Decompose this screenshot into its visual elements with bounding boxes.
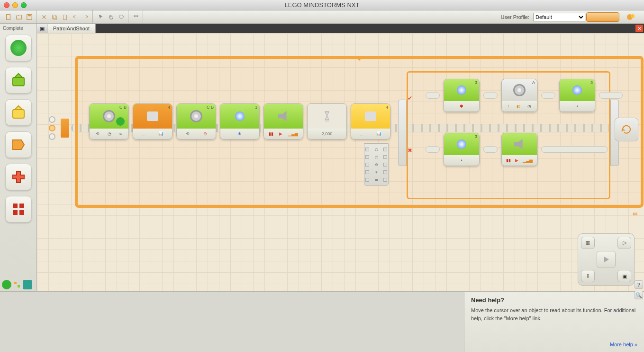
paste-button[interactable] xyxy=(60,12,70,22)
move-block-2[interactable]: C B ⟲⊖ xyxy=(176,103,216,139)
param-icon: ◔ xyxy=(108,131,111,136)
move-block-1[interactable]: C B ⟲◔∞ xyxy=(89,103,129,139)
tab-start-icon[interactable]: ▣ xyxy=(37,24,47,33)
controller-download-button[interactable]: ▥ xyxy=(581,237,595,249)
align-button[interactable] xyxy=(131,12,141,22)
block-palette: Complete xyxy=(0,24,37,291)
blocks-row: C B ⟲◔∞ 4 ⎯📊 C B ⟲⊖ 3 ❄ xyxy=(89,103,390,139)
svg-rect-13 xyxy=(13,204,18,208)
sound-block-false[interactable]: ▮▮▶▁▃▅ xyxy=(501,133,537,166)
controller-nxt-window-button[interactable]: ▣ xyxy=(617,270,631,282)
param-icon: ⟲ xyxy=(96,131,100,136)
svg-rect-11 xyxy=(13,77,24,86)
switch-true-icon: ✔ xyxy=(408,95,414,102)
controller-download-run-button[interactable] xyxy=(597,251,616,268)
palette-sensor[interactable] xyxy=(5,99,32,126)
help-panel: Need help? Move the cursor over an objec… xyxy=(464,292,644,352)
switch-left-rail xyxy=(398,100,407,166)
wait-value: 2,000 xyxy=(322,131,333,136)
controller-run-selected-button[interactable]: ▷ xyxy=(617,237,631,249)
palette-tab-1[interactable] xyxy=(2,280,11,289)
bottom-panel: Need help? Move the cursor over an objec… xyxy=(0,291,644,352)
save-file-button[interactable] xyxy=(25,12,34,22)
loop-end-block[interactable] xyxy=(615,118,638,141)
ultrasonic-sensor-block[interactable]: 4 ⎯📊 xyxy=(351,103,390,139)
svg-rect-16 xyxy=(19,210,24,215)
controller-stop-button[interactable]: ⇩ xyxy=(581,270,595,282)
svg-rect-5 xyxy=(63,15,67,19)
switch-false-icon: ✖ xyxy=(408,147,414,154)
switch-false-branch: 3 • ▮▮▶▁▃▅ xyxy=(426,133,608,166)
palette-heading: Complete xyxy=(0,25,26,32)
window-title: LEGO MINDSTORMS NXT xyxy=(0,1,644,9)
zoom-button[interactable]: 🔍 xyxy=(635,291,643,299)
palette-flow[interactable] xyxy=(5,131,32,158)
redo-button[interactable] xyxy=(81,12,91,22)
palette-tab-3[interactable] xyxy=(23,280,32,289)
motor-block-true[interactable]: A ↑◐◔ xyxy=(501,79,537,112)
color-lamp-block-true-1[interactable]: 3 ✱ xyxy=(444,79,480,112)
wait-time-block[interactable]: 2,000 xyxy=(307,103,347,139)
color-lamp-block-false[interactable]: 3 • xyxy=(444,133,480,166)
nxt-controller: ▥ ▷ ⇩ ▣ xyxy=(578,233,635,286)
palette-advanced[interactable] xyxy=(5,196,32,222)
svg-rect-12 xyxy=(13,110,24,118)
palette-data[interactable] xyxy=(5,164,32,190)
data-hub[interactable]: ⚖ ⚖ ⚙ ✶ ⇄ xyxy=(364,143,389,186)
program-canvas[interactable]: C B ⟲◔∞ 4 ⎯📊 C B ⟲⊖ 3 ❄ xyxy=(37,33,644,291)
help-title: Need help? xyxy=(471,296,637,304)
wait-sensor-block[interactable]: 4 ⎯📊 xyxy=(133,103,172,139)
nxt-brick-button[interactable] xyxy=(586,12,619,22)
undo-button[interactable] xyxy=(71,12,80,22)
main-toolbar: User Profile: Default xyxy=(0,10,644,24)
svg-point-6 xyxy=(119,15,124,18)
svg-rect-15 xyxy=(13,210,18,215)
palette-common[interactable] xyxy=(5,35,32,61)
canvas-wrap: ▣ PatrolAndShoot ✕ C B xyxy=(37,24,644,291)
palette-tab-2[interactable] xyxy=(12,280,22,289)
help-toggle-button[interactable]: ? xyxy=(635,280,643,289)
svg-rect-2 xyxy=(28,14,30,16)
sound-block-1[interactable]: ▮▮▶▁▃▅ xyxy=(263,103,303,139)
more-help-link[interactable]: More help » xyxy=(610,342,637,347)
close-tab-button[interactable]: ✕ xyxy=(635,25,643,32)
cut-button[interactable] xyxy=(39,12,49,22)
svg-rect-17 xyxy=(14,282,17,284)
help-body: Move the cursor over an object to read a… xyxy=(471,306,637,322)
profile-label: User Profile: xyxy=(500,14,529,20)
palette-action[interactable] xyxy=(5,67,32,93)
svg-rect-18 xyxy=(18,285,20,287)
document-tab[interactable]: PatrolAndShoot xyxy=(47,24,96,33)
switch-block[interactable]: ✔ ✖ 3 ✱ A ↑◐◔ 3 xyxy=(407,71,610,199)
comment-tool-button[interactable] xyxy=(117,12,126,22)
copy-button[interactable] xyxy=(50,12,59,22)
profile-select[interactable]: Default xyxy=(533,13,585,21)
robot-educator-button[interactable] xyxy=(624,12,638,22)
color-lamp-block-true-2[interactable]: 3 • xyxy=(559,79,595,112)
pointer-tool-button[interactable] xyxy=(96,12,105,22)
pan-tool-button[interactable] xyxy=(106,12,116,22)
color-lamp-block-1[interactable]: 3 ❄ xyxy=(220,103,260,139)
switch-true-branch: 3 ✱ A ↑◐◔ 3 • xyxy=(426,79,623,112)
open-file-button[interactable] xyxy=(14,12,24,22)
new-file-button[interactable] xyxy=(4,12,13,22)
window-titlebar: LEGO MINDSTORMS NXT xyxy=(0,0,644,10)
configuration-panel xyxy=(0,292,464,352)
document-tab-bar: ▣ PatrolAndShoot ✕ xyxy=(37,24,644,33)
main-area: Complete ▣ PatrolAndShoot ✕ xyxy=(0,24,644,291)
svg-rect-8 xyxy=(136,15,138,17)
svg-rect-0 xyxy=(7,14,10,19)
param-icon: ∞ xyxy=(119,131,122,136)
svg-rect-14 xyxy=(19,204,24,208)
start-block[interactable] xyxy=(61,119,69,138)
loop-infinity-icon: ∞ xyxy=(633,210,637,217)
svg-point-10 xyxy=(631,14,635,18)
svg-rect-7 xyxy=(134,15,136,17)
